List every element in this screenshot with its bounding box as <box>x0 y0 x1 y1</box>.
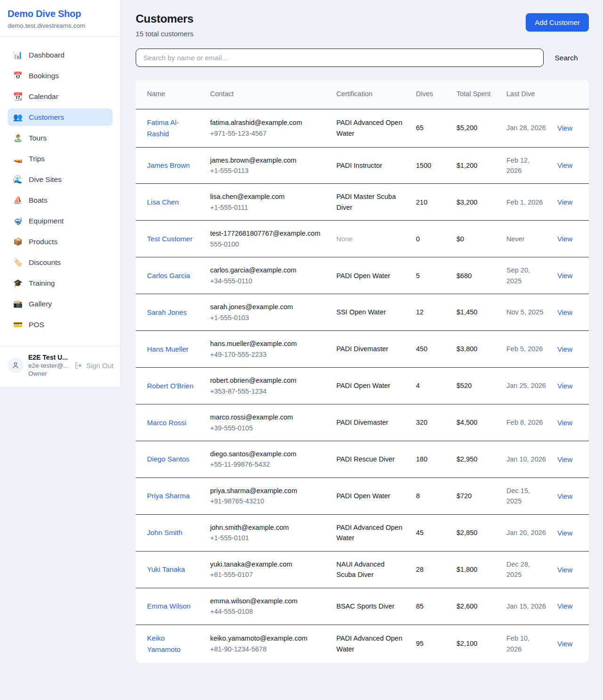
customer-last-dive: Jan 28, 2026 <box>501 109 552 147</box>
customer-name-link[interactable]: John Smith <box>147 528 182 536</box>
customer-total-spent: $3,200 <box>451 184 501 221</box>
view-customer-link[interactable]: View <box>557 529 572 537</box>
sidebar-item-bookings[interactable]: 📅 Bookings <box>8 67 113 84</box>
user-info: E2E Test U... e2e-tester@... Owner <box>28 354 70 377</box>
nav-item-label: Dashboard <box>29 51 65 59</box>
page-header: Customers 15 total customers Add Custome… <box>136 12 589 38</box>
customer-total-spent: $520 <box>451 368 501 404</box>
customer-email: hans.mueller@example.com <box>210 338 325 349</box>
customer-dives: 8 <box>410 478 451 514</box>
view-customer-link[interactable]: View <box>557 382 572 390</box>
customer-name-link[interactable]: Emma Wilson <box>147 602 191 610</box>
customer-name-link[interactable]: Fatima Al-Rashid <box>147 118 179 138</box>
customer-name-link[interactable]: Diego Santos <box>147 455 189 463</box>
view-customer-link[interactable]: View <box>557 124 572 132</box>
user-icon <box>11 361 20 370</box>
customer-certification: PADI Open Water <box>331 257 410 294</box>
customer-email: test-1772681807767@example.com <box>210 228 325 239</box>
app-root: Demo Dive Shop demo.test.divestreams.com… <box>0 0 603 675</box>
sign-out-button[interactable]: Sign Out <box>74 362 114 370</box>
customer-phone: +55-11-99876-5432 <box>210 459 325 469</box>
customer-name-link[interactable]: Marco Rossi <box>147 419 186 427</box>
view-customer-link[interactable]: View <box>557 272 572 280</box>
view-customer-link[interactable]: View <box>557 640 572 648</box>
customer-total-spent: $2,950 <box>451 441 501 478</box>
customer-certification: PADI Divemaster <box>331 331 410 368</box>
customer-name-link[interactable]: Priya Sharma <box>147 492 190 500</box>
customer-row-yuki-tanaka: Yuki Tanaka yuki.tanaka@example.com +81-… <box>136 551 589 588</box>
customer-name-link[interactable]: Lisa Chen <box>147 198 179 206</box>
customer-name-link[interactable]: Robert O'Brien <box>147 382 194 390</box>
sidebar-item-equipment[interactable]: 🤿 Equipment <box>8 212 113 230</box>
view-customer-link[interactable]: View <box>557 455 572 463</box>
customer-dives: 180 <box>410 441 451 478</box>
view-customer-link[interactable]: View <box>557 161 572 169</box>
sidebar-item-pos[interactable]: 💳 POS <box>8 316 113 333</box>
search-input[interactable] <box>136 49 544 67</box>
view-customer-link[interactable]: View <box>557 602 572 610</box>
customer-name-link[interactable]: Carlos Garcia <box>147 272 190 280</box>
sidebar-item-training[interactable]: 🎓 Training <box>8 274 113 292</box>
nav-item-label: Discounts <box>29 258 61 267</box>
customer-name-link[interactable]: Hans Mueller <box>147 345 188 353</box>
customer-email: emma.wilson@example.com <box>210 596 325 606</box>
sign-out-icon <box>74 362 82 370</box>
nav-item-label: Equipment <box>29 217 64 225</box>
sidebar-item-trips[interactable]: 🚤 Trips <box>8 150 113 167</box>
add-customer-button[interactable]: Add Customer <box>526 13 589 32</box>
table-body: Fatima Al-Rashid fatima.alrashid@example… <box>136 109 589 663</box>
customer-name-link[interactable]: Keiko Yamamoto <box>147 634 180 653</box>
nav-item-icon: 📊 <box>13 50 23 59</box>
view-customer-link[interactable]: View <box>557 308 572 316</box>
view-customer-link[interactable]: View <box>557 566 572 574</box>
customer-dives: 95 <box>410 625 451 663</box>
customer-last-dive: Feb 5, 2026 <box>501 331 552 368</box>
sidebar-item-gallery[interactable]: 📸 Gallery <box>8 295 113 313</box>
customer-phone: +353-87-555-1234 <box>210 386 325 396</box>
customer-total-spent: $5,200 <box>451 109 501 147</box>
customer-dives: 450 <box>410 331 451 368</box>
nav-item-icon: 👥 <box>13 113 23 122</box>
nav-item-icon: ⛵ <box>13 196 23 205</box>
customer-name-link[interactable]: Yuki Tanaka <box>147 565 185 573</box>
sidebar-item-dashboard[interactable]: 📊 Dashboard <box>8 46 113 64</box>
customer-certification: PADI Open Water <box>331 368 410 404</box>
customer-last-dive: Dec 28, 2025 <box>501 551 552 588</box>
nav-item-icon: 💳 <box>13 320 23 329</box>
customer-dives: 65 <box>410 109 451 147</box>
view-customer-link[interactable]: View <box>557 492 572 500</box>
search-button[interactable]: Search <box>544 54 589 62</box>
view-customer-link[interactable]: View <box>557 235 572 243</box>
customer-row-hans-mueller: Hans Mueller hans.mueller@example.com +4… <box>136 331 589 368</box>
nav-item-label: Tours <box>29 134 47 142</box>
sidebar-item-discounts[interactable]: 🏷️ Discounts <box>8 254 113 271</box>
sidebar-item-tours[interactable]: 🏝️ Tours <box>8 129 113 147</box>
customer-name-link[interactable]: Test Customer <box>147 235 193 243</box>
customer-last-dive: Dec 15, 2025 <box>501 478 552 514</box>
customer-dives: 12 <box>410 294 451 331</box>
sidebar-item-customers[interactable]: 👥 Customers <box>8 108 113 126</box>
customer-dives: 210 <box>410 184 451 221</box>
customer-name-link[interactable]: Sarah Jones <box>147 308 187 316</box>
view-customer-link[interactable]: View <box>557 198 572 206</box>
sidebar-item-boats[interactable]: ⛵ Boats <box>8 191 113 209</box>
customer-total-spent: $680 <box>451 257 501 294</box>
view-customer-link[interactable]: View <box>557 419 572 427</box>
nav-item-icon: 🚤 <box>13 154 23 163</box>
customer-total-spent: $2,850 <box>451 514 501 551</box>
column-header-total-spent: Total Spent <box>451 80 501 109</box>
customer-row-john-smith: John Smith john.smith@example.com +1-555… <box>136 514 589 551</box>
sidebar-item-products[interactable]: 📦 Products <box>8 233 113 250</box>
customer-row-priya-sharma: Priya Sharma priya.sharma@example.com +9… <box>136 478 589 514</box>
customer-phone: +971-55-123-4567 <box>210 128 325 139</box>
sidebar-item-dive-sites[interactable]: 🌊 Dive Sites <box>8 171 113 188</box>
customer-email: yuki.tanaka@example.com <box>210 559 325 569</box>
customer-phone: 555-0100 <box>210 239 325 249</box>
view-customer-link[interactable]: View <box>557 345 572 353</box>
customer-email: lisa.chen@example.com <box>210 191 325 202</box>
customer-phone: +1-555-0103 <box>210 313 325 323</box>
customer-name-link[interactable]: James Brown <box>147 161 190 169</box>
customer-count: 15 total customers <box>136 30 194 38</box>
customer-phone: +39-555-0105 <box>210 423 325 433</box>
sidebar-item-calendar[interactable]: 📆 Calendar <box>8 88 113 105</box>
